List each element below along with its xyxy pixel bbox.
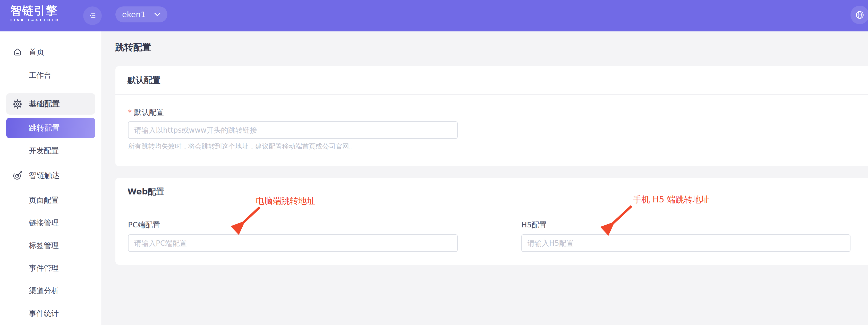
sidebar-item-redirect-config[interactable]: 跳转配置 <box>6 118 95 138</box>
sidebar-item-tag-manage[interactable]: 标签管理 <box>0 235 101 256</box>
default-config-label: * 默认配置 <box>128 107 164 118</box>
globe-icon <box>855 10 864 20</box>
project-selector-value: eken1 <box>122 10 146 19</box>
brand-logo: 智链引擎 LINK T∞GETHER <box>10 4 59 22</box>
card-title: Web配置 <box>127 186 164 197</box>
h5-config-input[interactable] <box>521 234 850 252</box>
sidebar-item-label: 开发配置 <box>29 146 59 156</box>
sidebar: 首页 工作台 基础配置 跳转配置 <box>0 31 102 325</box>
annotation-arrow-h5 <box>602 203 638 231</box>
sidebar-item-home[interactable]: 首页 <box>0 42 101 62</box>
sidebar-item-label: 智链触达 <box>29 170 60 181</box>
annotation-arrow-pc <box>233 205 267 230</box>
sidebar-item-label: 工作台 <box>29 70 51 80</box>
pc-config-input[interactable] <box>128 234 458 252</box>
sidebar-item-label: 跳转配置 <box>29 123 60 133</box>
sidebar-item-label: 事件统计 <box>29 308 59 319</box>
sidebar-item-event-manage[interactable]: 事件管理 <box>0 258 101 279</box>
default-config-input[interactable] <box>128 121 458 139</box>
language-button[interactable] <box>850 6 868 24</box>
sidebar-item-dev-config[interactable]: 开发配置 <box>0 141 101 161</box>
annotation-h5-redirect-text: 手机 H5 端跳转地址 <box>633 194 710 205</box>
sidebar-item-link-manage[interactable]: 链接管理 <box>0 213 101 233</box>
sidebar-item-label: 基础配置 <box>29 99 60 109</box>
brand-title: 智链引擎 <box>10 4 59 17</box>
sidebar-item-label: 链接管理 <box>29 218 59 228</box>
card-header: 默认配置 <box>115 66 868 95</box>
sidebar-item-page-config[interactable]: 页面配置 <box>0 190 101 210</box>
top-header: 智链引擎 LINK T∞GETHER eken1 <box>0 0 868 31</box>
sidebar-item-label: 标签管理 <box>29 240 59 251</box>
project-selector[interactable]: eken1 <box>115 6 167 23</box>
app-root: 智链引擎 LINK T∞GETHER eken1 <box>0 0 868 325</box>
sidebar-item-label: 首页 <box>29 47 44 58</box>
home-icon <box>12 47 23 57</box>
brand-tagline: LINK T∞GETHER <box>10 18 59 22</box>
sidebar-item-label: 页面配置 <box>29 195 59 205</box>
sidebar-collapse-button[interactable] <box>83 6 102 25</box>
sidebar-item-workbench[interactable]: 工作台 <box>0 65 101 86</box>
gear-icon <box>12 99 23 109</box>
card-header: Web配置 <box>115 178 868 206</box>
sidebar-item-event-stats[interactable]: 事件统计 <box>0 303 101 324</box>
sidebar-item-label: 渠道分析 <box>29 286 59 296</box>
field-label-text: 默认配置 <box>134 107 164 118</box>
field-label-text: PC端配置 <box>128 220 160 230</box>
page-title: 跳转配置 <box>115 41 151 53</box>
target-icon <box>12 170 23 181</box>
sidebar-item-channel-analysis[interactable]: 渠道分析 <box>0 281 101 301</box>
field-label-text: H5配置 <box>521 220 547 230</box>
main-content: 跳转配置 默认配置 * 默认配置 所有跳转均失效时，将会跳转到这个地址，建议配置… <box>101 31 868 325</box>
pc-config-label: PC端配置 <box>128 220 160 230</box>
h5-config-label: H5配置 <box>521 220 547 230</box>
sidebar-item-reach[interactable]: 智链触达 <box>0 165 101 186</box>
sidebar-item-label: 事件管理 <box>29 263 59 273</box>
default-config-card: 默认配置 * 默认配置 所有跳转均失效时，将会跳转到这个地址，建议配置移动端首页… <box>115 66 868 166</box>
web-config-card: Web配置 PC端配置 H5配置 <box>115 178 868 265</box>
menu-fold-icon <box>89 12 96 20</box>
required-mark: * <box>128 108 132 117</box>
chevron-down-icon <box>154 12 161 17</box>
sidebar-item-basic-config[interactable]: 基础配置 <box>6 93 95 115</box>
default-config-helper: 所有跳转均失效时，将会跳转到这个地址，建议配置移动端首页或公司官网。 <box>128 142 356 151</box>
card-title: 默认配置 <box>127 75 160 86</box>
